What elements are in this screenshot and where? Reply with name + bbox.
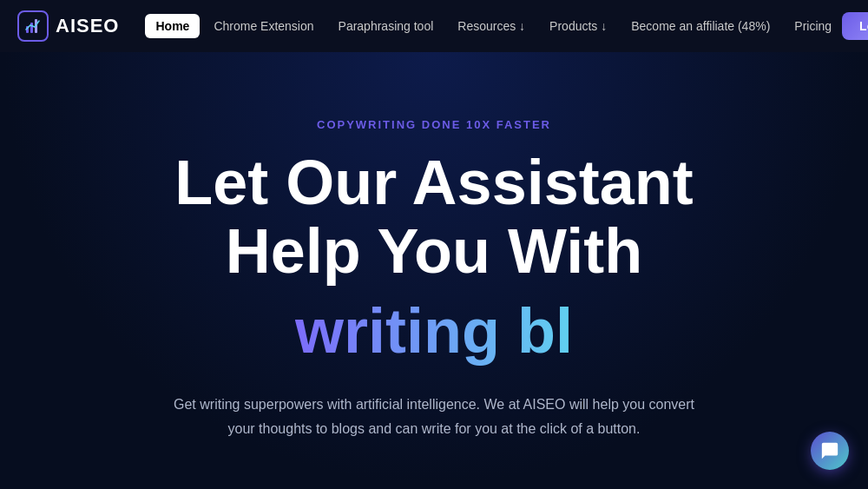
navbar: AISEO Home Chrome Extension Paraphrasing… <box>0 0 868 52</box>
chat-bubble-button[interactable] <box>811 432 849 470</box>
nav-link-chrome-extension[interactable]: Chrome Extension <box>203 14 324 38</box>
hero-description: Get writing superpowers with artificial … <box>165 393 703 439</box>
nav-link-home[interactable]: Home <box>145 14 200 38</box>
chat-icon <box>820 441 839 460</box>
hero-animated-text: writing bl <box>295 295 573 367</box>
nav-links: Home Chrome Extension Paraphrasing tool … <box>145 14 842 38</box>
nav-right: Login ✿ <box>842 12 868 40</box>
logo-svg <box>24 17 42 35</box>
hero-title-line1: Let Our Assistant <box>174 148 693 217</box>
hero-title: Let Our Assistant Help You With <box>174 149 693 286</box>
logo-text: AISEO <box>56 15 119 37</box>
login-button[interactable]: Login <box>842 12 868 40</box>
nav-link-resources[interactable]: Resources ↓ <box>447 14 536 38</box>
nav-link-paraphrasing-tool[interactable]: Paraphrasing tool <box>328 14 444 38</box>
logo[interactable]: AISEO <box>17 10 119 42</box>
nav-link-pricing[interactable]: Pricing <box>784 14 842 38</box>
nav-link-affiliate[interactable]: Become an affiliate (48%) <box>621 14 780 38</box>
svg-rect-1 <box>30 23 33 33</box>
nav-link-products[interactable]: Products ↓ <box>539 14 617 38</box>
hero-section: COPYWRITING DONE 10X FASTER Let Our Assi… <box>0 52 868 489</box>
hero-title-line2: Help You With <box>226 216 643 286</box>
logo-icon <box>17 10 49 42</box>
hero-tagline: COPYWRITING DONE 10X FASTER <box>317 118 551 131</box>
